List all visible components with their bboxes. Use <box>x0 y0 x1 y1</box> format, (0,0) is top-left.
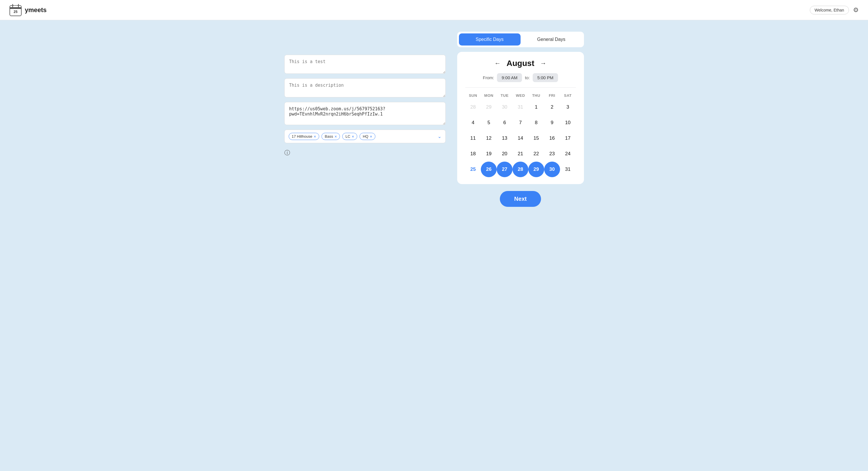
calendar-day[interactable]: 3 <box>560 99 576 115</box>
tag-hillhouse: 17 Hillhouse × <box>289 133 319 140</box>
calendar-day[interactable]: 28 <box>465 99 481 115</box>
settings-icon[interactable]: ⚙ <box>853 6 859 14</box>
calendar-day[interactable]: 29 <box>528 162 544 177</box>
calendar-day[interactable]: 19 <box>481 146 497 162</box>
to-time[interactable]: 5:00 PM <box>533 73 558 82</box>
next-month-arrow[interactable]: → <box>540 60 547 67</box>
tag-lc-close[interactable]: × <box>352 134 354 138</box>
day-header-thu: THU <box>528 92 544 99</box>
calendar-day[interactable]: 24 <box>560 146 576 162</box>
tags-container: 17 Hillhouse × Bass × LC × HQ × ⌄ <box>284 130 446 143</box>
month-nav: ← August → <box>465 59 576 68</box>
calendar-day[interactable]: 25 <box>465 162 481 177</box>
tag-label: HQ <box>363 134 368 138</box>
calendar-day[interactable]: 8 <box>528 115 544 130</box>
calendar-day[interactable]: 11 <box>465 130 481 146</box>
tag-bass-close[interactable]: × <box>335 134 337 138</box>
svg-rect-1 <box>10 7 21 9</box>
from-label: From: <box>483 75 494 80</box>
tags-chevron-up-icon[interactable]: ⌄ <box>438 134 441 139</box>
prev-month-arrow[interactable]: ← <box>494 60 501 67</box>
right-panel: Specific Days General Days ← August → Fr… <box>457 32 584 207</box>
calendar-day[interactable]: 21 <box>513 146 528 162</box>
tag-hq-close[interactable]: × <box>370 134 372 138</box>
left-panel: 17 Hillhouse × Bass × LC × HQ × ⌄ ⓘ <box>284 32 446 207</box>
calendar-day[interactable]: 1 <box>528 99 544 115</box>
day-header-sun: SUN <box>465 92 481 99</box>
calendar-day[interactable]: 26 <box>481 162 497 177</box>
title-input[interactable] <box>284 55 446 74</box>
description-input[interactable] <box>284 78 446 97</box>
tag-hillhouse-close[interactable]: × <box>314 134 316 138</box>
time-row: From: 9:00 AM to: 5:00 PM <box>465 73 576 82</box>
info-icon[interactable]: ⓘ <box>284 149 446 157</box>
calendar-day[interactable]: 23 <box>544 146 560 162</box>
calendar-day[interactable]: 31 <box>513 99 528 115</box>
calendar-day[interactable]: 30 <box>497 99 513 115</box>
general-days-tab[interactable]: General Days <box>521 33 582 45</box>
day-header-wed: WED <box>513 92 528 99</box>
month-name: August <box>506 59 534 68</box>
calendar-card: ← August → From: 9:00 AM to: 5:00 PM SUN… <box>457 52 584 184</box>
calendar-divider <box>465 87 576 88</box>
calendar-day[interactable]: 10 <box>560 115 576 130</box>
svg-text:SUN: SUN <box>14 5 17 7</box>
calendar-grid: SUN MON TUE WED THU FRI SAT 282930311234… <box>465 92 576 177</box>
tab-switcher: Specific Days General Days <box>457 32 584 47</box>
calendar-day[interactable]: 30 <box>544 162 560 177</box>
specific-days-tab[interactable]: Specific Days <box>459 33 521 45</box>
tag-hq: HQ × <box>360 133 375 140</box>
tag-label: Bass <box>325 134 333 138</box>
tag-lc: LC × <box>342 133 357 140</box>
app-header: SUN 25 ymeets Welcome, Ethan ⚙ <box>0 0 868 20</box>
to-label: to: <box>525 75 530 80</box>
tag-bass: Bass × <box>321 133 340 140</box>
next-button-wrap: Next <box>457 191 584 207</box>
day-header-fri: FRI <box>544 92 560 99</box>
calendar-day[interactable]: 7 <box>513 115 528 130</box>
url-input[interactable] <box>284 102 446 125</box>
app-logo-icon: SUN 25 <box>9 4 22 17</box>
calendar-day[interactable]: 12 <box>481 130 497 146</box>
calendar-day[interactable]: 2 <box>544 99 560 115</box>
calendar-day[interactable]: 20 <box>497 146 513 162</box>
calendar-day[interactable]: 17 <box>560 130 576 146</box>
calendar-day[interactable]: 31 <box>560 162 576 177</box>
day-header-mon: MON <box>481 92 497 99</box>
tag-label: LC <box>345 134 350 138</box>
calendar-day[interactable]: 6 <box>497 115 513 130</box>
calendar-day[interactable]: 15 <box>528 130 544 146</box>
calendar-day[interactable]: 27 <box>497 162 513 177</box>
tags-inner: 17 Hillhouse × Bass × LC × HQ × <box>289 133 375 140</box>
tag-label: 17 Hillhouse <box>292 134 313 138</box>
main-content: 17 Hillhouse × Bass × LC × HQ × ⌄ ⓘ <box>261 26 607 213</box>
calendar-day[interactable]: 13 <box>497 130 513 146</box>
calendar-day[interactable]: 5 <box>481 115 497 130</box>
calendar-day[interactable]: 22 <box>528 146 544 162</box>
calendar-day[interactable]: 14 <box>513 130 528 146</box>
day-header-tue: TUE <box>497 92 513 99</box>
welcome-badge: Welcome, Ethan <box>810 6 849 14</box>
svg-text:25: 25 <box>13 10 18 14</box>
day-header-sat: SAT <box>560 92 576 99</box>
calendar-day[interactable]: 29 <box>481 99 497 115</box>
calendar-day[interactable]: 18 <box>465 146 481 162</box>
calendar-day[interactable]: 9 <box>544 115 560 130</box>
calendar-day[interactable]: 16 <box>544 130 560 146</box>
from-time[interactable]: 9:00 AM <box>497 73 522 82</box>
next-button[interactable]: Next <box>500 191 541 207</box>
app-name: ymeets <box>25 6 47 14</box>
header-right: Welcome, Ethan ⚙ <box>810 6 859 14</box>
header-left: SUN 25 ymeets <box>9 4 47 17</box>
calendar-day[interactable]: 28 <box>513 162 528 177</box>
calendar-day[interactable]: 4 <box>465 115 481 130</box>
